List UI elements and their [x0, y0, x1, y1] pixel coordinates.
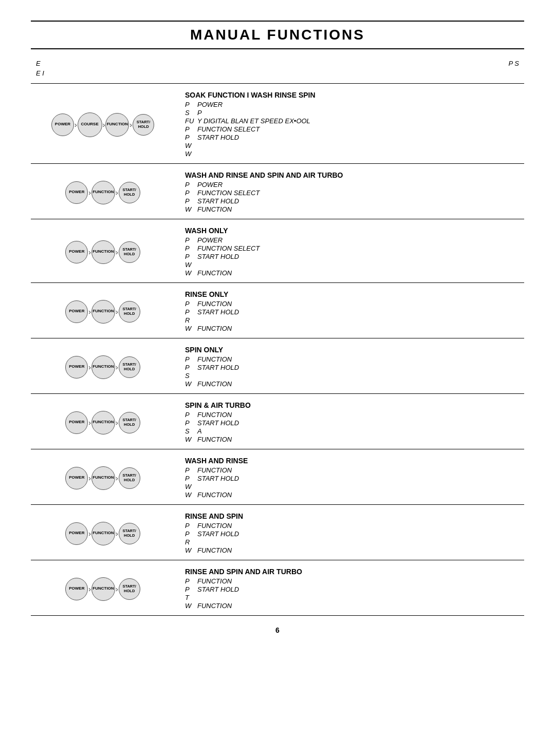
btn-function-wash-rinse[interactable]: FUNCTION — [91, 466, 115, 490]
page-title: MANUAL FUNCTIONS — [31, 21, 524, 49]
arrow-icon: › — [88, 188, 91, 197]
button-sequence-wash-only: POWER›FUNCTION›START/ HOLD — [65, 240, 140, 264]
button-sequence-wash-rinse: POWER›FUNCTION›START/ HOLD — [65, 466, 140, 490]
btn-power-rinse-spin[interactable]: POWER — [65, 522, 88, 545]
step-line-soak-3: PFUNCTION SELECT — [185, 125, 519, 133]
step-line-spin-only-3: WFUNCTION — [185, 380, 519, 388]
step-value: START HOLD — [197, 364, 239, 371]
btn-start/hold-soak[interactable]: START/ HOLD — [133, 114, 154, 136]
step-key: W — [185, 380, 193, 388]
function-row-wash-rinse-spin-air: POWER›FUNCTION›START/ HOLDWASH AND RINSE… — [31, 163, 524, 219]
desc-col-rinse-spin: RINSE AND SPINPFUNCTIONPSTART HOLDRWFUNC… — [175, 510, 524, 557]
desc-col-wash-only: WASH ONLYPPOWERPFUNCTION SELECTPSTART HO… — [175, 224, 524, 279]
step-key: R — [185, 538, 193, 546]
btn-start/hold-wash-rinse-spin-air[interactable]: START/ HOLD — [119, 182, 140, 203]
step-key: P — [185, 355, 193, 363]
step-value: START HOLD — [197, 134, 239, 141]
step-value: A — [197, 427, 202, 435]
step-line-rinse-spin-air-turbo-3: WFUNCTION — [185, 602, 519, 610]
step-line-rinse-spin-air-turbo-1: PSTART HOLD — [185, 585, 519, 593]
step-key: FU — [185, 117, 193, 125]
arrow-icon: › — [130, 121, 132, 129]
step-value: Y DIGITAL BLAN ET SPEED EX•OOL — [197, 117, 310, 125]
step-line-rinse-spin-3: WFUNCTION — [185, 546, 519, 554]
step-value: START HOLD — [197, 308, 239, 316]
btn-function-spin-only[interactable]: FUNCTION — [91, 355, 115, 379]
btn-power-wash-rinse[interactable]: POWER — [65, 467, 88, 489]
header-top: E P S — [31, 60, 524, 67]
button-sequence-rinse-only: POWER›FUNCTION›START/ HOLD — [65, 300, 140, 324]
step-line-rinse-only-3: WFUNCTION — [185, 325, 519, 332]
btn-start/hold-rinse-only[interactable]: START/ HOLD — [119, 301, 140, 323]
btn-power-spin-air-turbo[interactable]: POWER — [65, 411, 88, 434]
step-line-rinse-only-2: R — [185, 316, 519, 324]
step-line-soak-1: SP — [185, 109, 519, 117]
step-key: W — [185, 269, 193, 277]
func-title-rinse-spin: RINSE AND SPIN — [185, 512, 519, 520]
func-title-rinse-only: RINSE ONLY — [185, 290, 519, 298]
function-row-soak: POWER›COURSE›FUNCTION›START/ HOLDSOAK FU… — [31, 83, 524, 163]
btn-function-soak[interactable]: FUNCTION — [105, 113, 129, 137]
btn-course-soak[interactable]: COURSE — [78, 112, 102, 137]
btn-start/hold-rinse-spin-air-turbo[interactable]: START/ HOLD — [119, 578, 140, 600]
step-line-soak-6: W — [185, 150, 519, 158]
step-key: P — [185, 181, 193, 188]
step-line-spin-only-1: PSTART HOLD — [185, 364, 519, 371]
btn-start/hold-rinse-spin[interactable]: START/ HOLD — [119, 523, 140, 544]
btn-start/hold-wash-rinse[interactable]: START/ HOLD — [119, 467, 140, 489]
button-col-wash-only: POWER›FUNCTION›START/ HOLD — [31, 224, 175, 279]
function-row-wash-rinse: POWER›FUNCTION›START/ HOLDWASH AND RINSE… — [31, 449, 524, 504]
step-value: START HOLD — [197, 419, 239, 427]
function-row-wash-only: POWER›FUNCTION›START/ HOLDWASH ONLYPPOWE… — [31, 219, 524, 282]
arrow-icon: › — [88, 248, 91, 256]
step-line-wash-rinse-spin-air-1: PFUNCTION SELECT — [185, 189, 519, 197]
btn-power-spin-only[interactable]: POWER — [65, 356, 88, 379]
step-key: P — [185, 475, 193, 482]
step-line-wash-only-3: W — [185, 261, 519, 269]
header-left-top: E — [36, 60, 41, 67]
btn-function-spin-air-turbo[interactable]: FUNCTION — [91, 411, 115, 434]
button-sequence-spin-air-turbo: POWER›FUNCTION›START/ HOLD — [65, 411, 140, 434]
button-sequence-soak: POWER›COURSE›FUNCTION›START/ HOLD — [51, 112, 154, 137]
button-col-rinse-spin: POWER›FUNCTION›START/ HOLD — [31, 510, 175, 557]
step-value: FUNCTION — [197, 546, 232, 554]
btn-function-rinse-only[interactable]: FUNCTION — [91, 300, 115, 324]
btn-function-rinse-spin[interactable]: FUNCTION — [91, 522, 115, 545]
btn-power-soak[interactable]: POWER — [51, 114, 74, 136]
step-key: R — [185, 316, 193, 324]
step-line-spin-only-0: PFUNCTION — [185, 355, 519, 363]
btn-start/hold-spin-only[interactable]: START/ HOLD — [119, 356, 140, 378]
func-title-spin-air-turbo: SPIN & AIR TURBO — [185, 401, 519, 409]
desc-col-rinse-spin-air-turbo: RINSE AND SPIN AND AIR TURBOPFUNCTIONPST… — [175, 565, 524, 612]
step-value: P — [197, 109, 202, 117]
step-key: P — [185, 308, 193, 316]
arrow-icon: › — [116, 419, 118, 427]
button-sequence-wash-rinse-spin-air: POWER›FUNCTION›START/ HOLD — [65, 181, 140, 204]
arrow-icon: › — [116, 530, 118, 538]
step-line-wash-rinse-0: PFUNCTION — [185, 466, 519, 474]
btn-function-wash-only[interactable]: FUNCTION — [91, 240, 115, 264]
step-value: FUNCTION — [197, 380, 232, 388]
step-line-wash-rinse-spin-air-0: PPOWER — [185, 181, 519, 188]
step-key: P — [185, 236, 193, 244]
func-title-wash-only: WASH ONLY — [185, 226, 519, 235]
step-key: W — [185, 491, 193, 499]
btn-start/hold-spin-air-turbo[interactable]: START/ HOLD — [119, 412, 140, 433]
btn-function-rinse-spin-air-turbo[interactable]: FUNCTION — [91, 577, 115, 601]
function-row-rinse-spin-air-turbo: POWER›FUNCTION›START/ HOLDRINSE AND SPIN… — [31, 560, 524, 616]
btn-power-rinse-spin-air-turbo[interactable]: POWER — [65, 578, 88, 600]
desc-col-soak: SOAK FUNCTION I WASH RINSE SPINPPOWERSPF… — [175, 89, 524, 160]
step-value: START HOLD — [197, 253, 239, 260]
step-key: P — [185, 197, 193, 205]
step-value: FUNCTION — [197, 436, 232, 443]
btn-power-rinse-only[interactable]: POWER — [65, 300, 88, 323]
btn-start/hold-wash-only[interactable]: START/ HOLD — [119, 241, 140, 263]
button-sequence-spin-only: POWER›FUNCTION›START/ HOLD — [65, 355, 140, 379]
step-key: W — [185, 150, 193, 158]
btn-power-wash-rinse-spin-air[interactable]: POWER — [65, 181, 88, 204]
btn-power-wash-only[interactable]: POWER — [65, 241, 88, 263]
header-bottom: E I — [31, 69, 524, 77]
step-key: P — [185, 522, 193, 530]
step-value: START HOLD — [197, 475, 239, 482]
btn-function-wash-rinse-spin-air[interactable]: FUNCTION — [91, 181, 115, 204]
